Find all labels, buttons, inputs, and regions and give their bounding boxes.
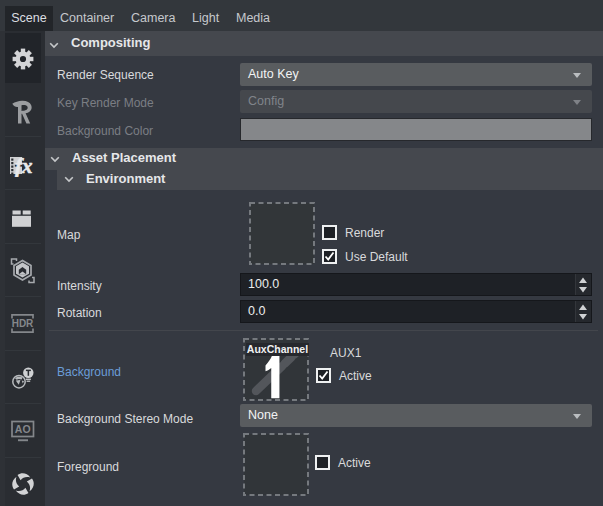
svg-text:fx: fx [15, 154, 33, 177]
svg-text:AO: AO [15, 423, 31, 435]
svg-text:HDR: HDR [12, 318, 34, 329]
